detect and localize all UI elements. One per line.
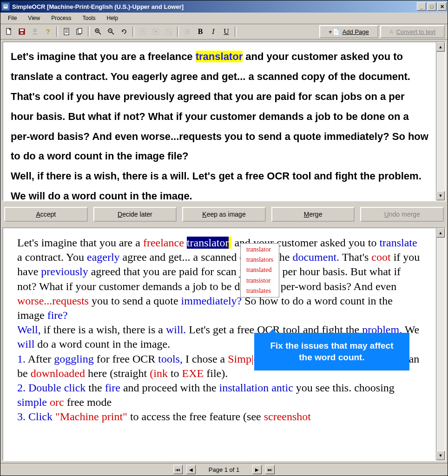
scrollbar-bottom[interactable]: ▲ ▼	[436, 228, 445, 460]
multipage-icon[interactable]	[73, 26, 86, 38]
scroll-down-icon[interactable]: ▼	[436, 191, 445, 200]
accept-button[interactable]: AAcceptccept	[4, 207, 88, 222]
user-icon[interactable]	[29, 26, 41, 38]
suggestion-item[interactable]: translates	[242, 286, 278, 296]
svg-rect-14	[78, 28, 82, 33]
menubar: File View Process Tools Help	[0, 13, 448, 24]
minimize-button[interactable]: _	[417, 2, 426, 11]
close-button[interactable]: ✕	[437, 2, 447, 11]
svg-line-20	[112, 32, 114, 34]
svg-rect-2	[4, 6, 7, 7]
tooltip-callout: Fix the issues that may affect the word …	[254, 333, 409, 370]
menu-file[interactable]: File	[3, 14, 21, 22]
next-page-icon[interactable]: ▶	[252, 465, 262, 474]
region-text-icon[interactable]: T	[137, 26, 149, 38]
zoom-out-icon[interactable]	[105, 26, 117, 38]
add-page-icon: +📄	[329, 28, 340, 35]
svg-line-16	[99, 32, 101, 34]
svg-text:?: ?	[46, 28, 50, 35]
undo-merge-button[interactable]: Undo mergeUndo merge	[360, 207, 444, 222]
statusbar: ⏮ ◀ Page 1 of 1 ▶ ⏭	[0, 463, 448, 476]
titlebar: SimpleOCR [Machine-Print-English (U.S.)-…	[0, 0, 448, 13]
scroll-up-icon[interactable]: ▲	[436, 42, 445, 52]
svg-rect-9	[64, 28, 69, 35]
svg-text:T: T	[141, 30, 144, 34]
svg-line-27	[167, 30, 171, 33]
last-page-icon[interactable]: ⏭	[265, 465, 275, 474]
svg-rect-6	[20, 32, 23, 34]
app-icon	[1, 2, 10, 11]
menu-help[interactable]: Help	[102, 14, 123, 22]
convert-button[interactable]: AConvert to text	[380, 25, 445, 38]
page-icon[interactable]	[60, 26, 72, 38]
decision-buttons: AAcceptccept Decide laterDecide later Ke…	[0, 203, 448, 225]
menu-view[interactable]: View	[23, 14, 45, 22]
menu-tools[interactable]: Tools	[78, 14, 100, 22]
window-title: SimpleOCR [Machine-Print-English (U.S.)-…	[12, 3, 417, 10]
suggestion-item[interactable]: translated	[242, 265, 278, 275]
decide-later-button[interactable]: Decide laterDecide later	[93, 207, 177, 222]
toolbar: ? T B I U +📄Add Page AConvert to text	[0, 24, 448, 40]
prev-page-icon[interactable]: ◀	[186, 465, 196, 474]
svg-point-7	[33, 29, 36, 32]
zoom-in-icon[interactable]	[92, 26, 104, 38]
scroll-up-icon[interactable]: ▲	[436, 228, 445, 238]
result-pane: Let's imagine that you are a freelance t…	[2, 227, 446, 461]
maximize-button[interactable]: □	[427, 2, 436, 11]
region-clear-icon[interactable]	[163, 26, 175, 38]
result-text[interactable]: Let's imagine that you are a freelance t…	[3, 228, 436, 431]
italic-icon[interactable]: I	[207, 26, 219, 38]
suggestion-item[interactable]: translators	[242, 255, 278, 265]
merge-button[interactable]: MergeMerge	[271, 207, 355, 222]
selected-word[interactable]: translator	[187, 237, 229, 249]
scrollbar-top[interactable]: ▲ ▼	[436, 42, 445, 200]
suggestion-item[interactable]: translator	[242, 245, 278, 255]
underline-icon[interactable]: U	[220, 26, 232, 38]
svg-rect-5	[20, 29, 24, 31]
bold-icon[interactable]: B	[194, 26, 206, 38]
suggestion-item[interactable]: transistor	[242, 276, 278, 286]
menu-process[interactable]: Process	[46, 14, 76, 22]
svg-rect-1	[4, 5, 7, 6]
page-indicator: Page 1 of 1	[199, 466, 249, 473]
new-icon[interactable]	[3, 26, 15, 38]
keep-image-button[interactable]: Keep as imageKeep as image	[182, 207, 266, 222]
save-icon[interactable]	[16, 26, 28, 38]
convert-icon: A	[389, 28, 394, 35]
source-text[interactable]: Let's imagine that you are a freelance t…	[3, 42, 436, 200]
add-page-button[interactable]: +📄Add Page	[319, 25, 378, 38]
help-icon[interactable]: ?	[42, 26, 54, 38]
refresh-icon[interactable]	[118, 26, 130, 38]
suggestion-popup[interactable]: translator translators translated transi…	[240, 243, 279, 298]
first-page-icon[interactable]: ⏮	[173, 465, 183, 474]
list-icon[interactable]	[181, 26, 193, 38]
svg-point-25	[155, 31, 157, 33]
app-window: SimpleOCR [Machine-Print-English (U.S.)-…	[0, 0, 448, 476]
source-pane: Let's imagine that you are a freelance t…	[2, 41, 446, 201]
scroll-down-icon[interactable]: ▼	[436, 451, 445, 460]
region-image-icon[interactable]	[150, 26, 162, 38]
highlighted-word[interactable]: translator	[196, 51, 243, 62]
